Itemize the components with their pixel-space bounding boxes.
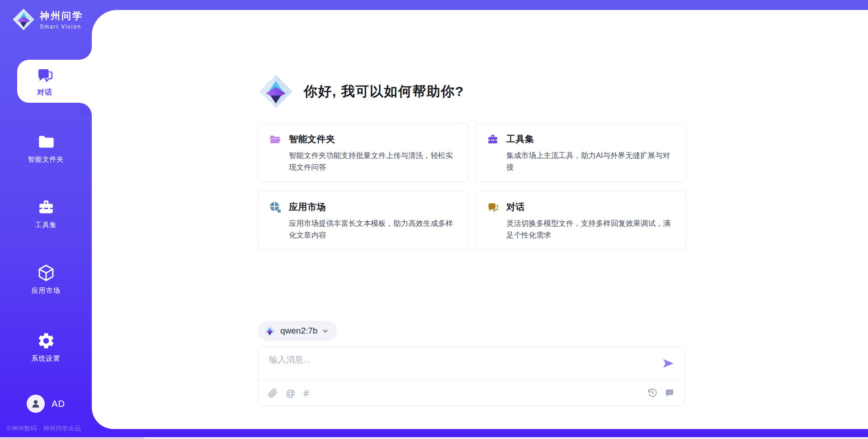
card-smart-folder[interactable]: 智能文件夹 智能文件夹功能支持批量文件上传与清洗，轻松实现文件问答 [258,123,469,182]
sidebar-item-label: 工具集 [35,221,57,229]
sidebar-item-chat[interactable]: 对话 [17,60,92,103]
card-title: 工具集 [506,133,675,145]
card-description: 集成市场上主流工具，助力AI与外界无缝扩展与对接 [506,149,675,173]
toolbox-icon [37,198,56,217]
folder-icon [37,132,56,151]
feature-cards: 智能文件夹 智能文件夹功能支持批量文件上传与清洗，轻松实现文件问答 工具集 集成… [258,123,686,250]
horizontal-scrollbar[interactable] [0,437,868,439]
gear-icon [37,331,56,350]
card-title: 对话 [506,201,675,213]
composer-toolbar: @ # [258,380,684,406]
sidebar-item-label: 对话 [37,88,52,97]
hash-tag-icon[interactable]: # [303,388,309,398]
chat-icon [35,66,54,85]
copyright-footer: ©神州数码 · 神州问学出品 [7,425,81,433]
brand-subtitle: Smart Vision [40,24,83,30]
brand: 神州问学 Smart Vision [0,0,92,31]
card-app-market[interactable]: 应用市场 应用市场提供丰富长文本模板，助力高效生成多样化文章内容 [258,191,469,250]
chat-icon [486,201,499,214]
sidebar-item-label: 应用市场 [32,286,61,295]
sidebar-item-label: 系统设置 [32,354,61,363]
message-input-box: @ # [258,347,685,406]
sidebar: 神州问学 Smart Vision 对话 智能文件夹 工具集 应用市场 系统设置… [0,0,92,439]
brand-gem-logo [258,73,294,110]
briefcase-icon [486,133,499,146]
main-panel: 你好, 我可以如何帮助你? 智能文件夹 智能文件夹功能支持批量文件上传与清洗，轻… [92,10,868,429]
user-profile[interactable]: AD [0,395,92,413]
composer: qwen2:7b @ # [258,321,686,406]
sidebar-item-label: 智能文件夹 [28,155,64,164]
sidebar-item-toolset[interactable]: 工具集 [0,198,92,229]
card-toolset[interactable]: 工具集 集成市场上主流工具，助力AI与外界无缝扩展与对接 [475,123,686,182]
card-description: 智能文件夹功能支持批量文件上传与清洗，轻松实现文件问答 [289,149,458,173]
chat-bubble-icon[interactable] [665,388,675,398]
history-icon[interactable] [647,388,657,398]
card-title: 智能文件夹 [289,133,458,145]
app-market-icon [269,201,282,214]
sidebar-item-app-market[interactable]: 应用市场 [0,263,92,295]
message-input[interactable] [258,347,684,380]
at-mention-icon[interactable]: @ [286,388,295,398]
card-description: 应用市场提供丰富长文本模板，助力高效生成多样化文章内容 [289,217,458,241]
avatar [27,395,45,413]
card-chat[interactable]: 对话 灵活切换多模型文件，支持多样回复效果调试，满足个性化需求 [475,191,686,250]
card-title: 应用市场 [289,201,458,213]
model-name: qwen2:7b [280,326,317,336]
chevron-down-icon [322,328,329,334]
model-gem-icon [264,325,276,337]
greeting: 你好, 我可以如何帮助你? [258,73,686,110]
person-icon [30,398,41,409]
cube-icon [37,263,56,282]
scrollbar-thumb[interactable] [0,437,145,439]
brand-gem-logo [12,8,35,31]
send-icon[interactable] [662,357,675,370]
model-selector[interactable]: qwen2:7b [258,321,337,341]
greeting-text: 你好, 我可以如何帮助你? [304,82,464,101]
sidebar-item-smart-folder[interactable]: 智能文件夹 [0,132,92,164]
brand-name: 神州问学 [40,10,83,22]
paperclip-icon[interactable] [268,388,278,398]
folder-open-icon [269,133,282,146]
content-column: 你好, 我可以如何帮助你? 智能文件夹 智能文件夹功能支持批量文件上传与清洗，轻… [258,10,686,406]
user-label: AD [52,399,65,409]
sidebar-item-settings[interactable]: 系统设置 [0,331,92,363]
card-description: 灵活切换多模型文件，支持多样回复效果调试，满足个性化需求 [506,217,675,241]
